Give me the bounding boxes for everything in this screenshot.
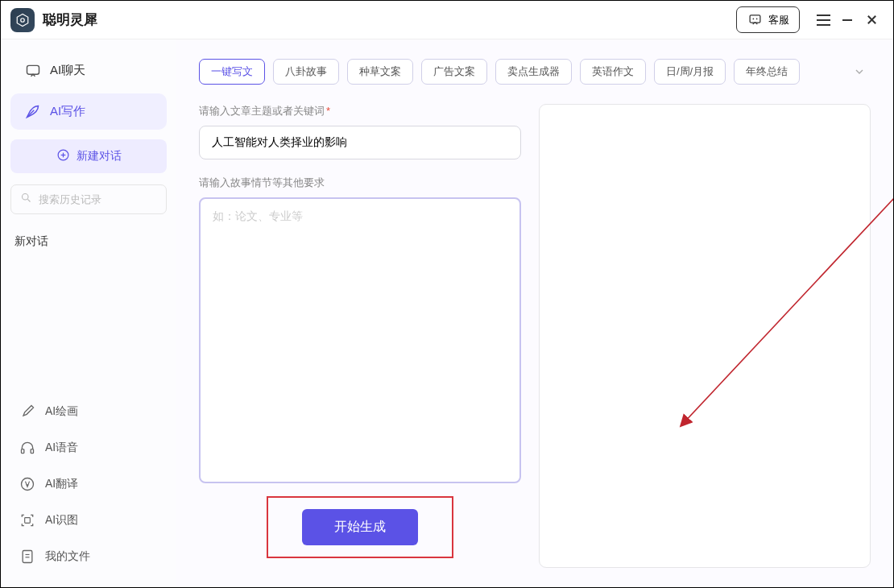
menu-button[interactable]	[811, 8, 835, 32]
new-chat-button[interactable]: 新建对话	[10, 139, 167, 173]
extra-label: 请输入故事情节等其他要求	[199, 176, 521, 190]
support-button[interactable]: 客服	[736, 6, 800, 33]
sidebar-item-label: AI语音	[45, 441, 78, 455]
chip-expand-button[interactable]	[848, 60, 871, 83]
translate-icon	[19, 475, 35, 492]
headphones-icon	[19, 439, 35, 456]
generate-button[interactable]: 开始生成	[302, 509, 418, 545]
required-star: *	[326, 105, 330, 117]
sidebar-item-voice[interactable]: AI语音	[10, 429, 167, 466]
chevron-down-icon	[853, 65, 866, 78]
chip-quick-write[interactable]: 一键写文	[199, 59, 265, 85]
svg-rect-7	[27, 65, 39, 74]
svg-line-12	[27, 199, 30, 201]
svg-point-15	[21, 478, 33, 490]
history-item[interactable]: 新对话	[10, 227, 167, 256]
feather-icon	[24, 103, 41, 120]
sidebar-item-translate[interactable]: AI翻译	[10, 466, 167, 502]
extra-textarea[interactable]	[199, 197, 521, 483]
app-logo	[10, 8, 35, 32]
svg-rect-14	[31, 449, 33, 453]
sidebar-item-label: 我的文件	[45, 549, 90, 564]
sidebar-item-label: AI写作	[50, 104, 85, 119]
minimize-icon	[841, 14, 854, 27]
image-scan-icon	[19, 511, 35, 528]
close-button[interactable]	[859, 8, 884, 32]
svg-rect-1	[750, 15, 760, 23]
chat-bubble-icon	[747, 11, 764, 28]
sidebar-item-label: AI绘画	[45, 404, 78, 419]
svg-point-3	[756, 19, 758, 20]
sidebar-item-write[interactable]: AI写作	[10, 93, 167, 130]
search-box[interactable]	[10, 184, 167, 214]
chip-selling[interactable]: 卖点生成器	[495, 59, 572, 85]
svg-rect-17	[23, 550, 32, 562]
sidebar-item-image[interactable]: AI识图	[10, 502, 167, 538]
svg-point-11	[23, 194, 29, 201]
output-panel	[539, 104, 871, 568]
minimize-button[interactable]	[835, 8, 859, 32]
support-label: 客服	[768, 13, 789, 27]
sidebar-item-label: AI识图	[45, 513, 78, 528]
close-icon	[866, 14, 878, 26]
svg-point-2	[753, 19, 755, 20]
svg-rect-16	[24, 517, 30, 523]
sidebar-item-files[interactable]: 我的文件	[10, 538, 167, 574]
plus-circle-icon	[56, 148, 70, 164]
chip-year-summary[interactable]: 年终总结	[734, 59, 800, 85]
search-icon	[20, 192, 32, 207]
sidebar-item-draw[interactable]: AI绘画	[10, 393, 167, 429]
sidebar-item-label: AI翻译	[45, 477, 78, 491]
chip-seeding[interactable]: 种草文案	[347, 59, 413, 85]
chip-english[interactable]: 英语作文	[580, 59, 646, 85]
chip-report[interactable]: 日/周/月报	[654, 59, 726, 85]
file-icon	[19, 548, 35, 565]
chip-ad[interactable]: 广告文案	[421, 59, 487, 85]
app-title: 聪明灵犀	[43, 10, 97, 29]
hamburger-icon	[817, 14, 830, 26]
topic-input[interactable]	[199, 126, 521, 159]
sidebar-item-label: AI聊天	[50, 63, 85, 78]
new-chat-label: 新建对话	[77, 149, 122, 164]
brush-icon	[19, 403, 35, 420]
svg-point-0	[21, 18, 25, 22]
topic-label: 请输入文章主题或者关键词	[199, 105, 325, 117]
svg-rect-13	[21, 449, 23, 453]
annotation-highlight: 开始生成	[267, 496, 453, 558]
search-input[interactable]	[39, 193, 174, 205]
chat-icon	[24, 62, 41, 79]
sidebar-item-chat[interactable]: AI聊天	[10, 52, 167, 89]
chip-gossip[interactable]: 八卦故事	[273, 59, 339, 85]
